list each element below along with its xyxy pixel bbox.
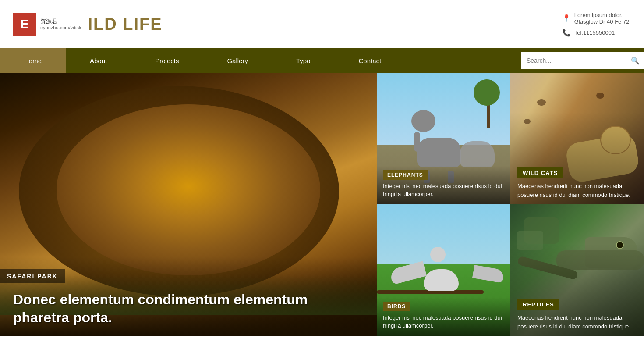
logo-icon: E	[13, 13, 36, 36]
header-contact: 📍 Lorem ipsum dolor, Glasglow Dr 40 Fe 7…	[562, 12, 631, 37]
elephants-overlay: ELEPHANTS Integer nisi nec malesuada pos…	[377, 166, 510, 204]
location-icon: 📍	[562, 14, 571, 22]
birds-overlay: BIRDS Integer nisi nec malesuada posuere…	[377, 297, 510, 336]
hero-text: Donec elementum condimentum elementum ph…	[0, 291, 377, 327]
header: E 资源君 eyunzhu.com/vdisk ILD LIFE 📍 Lorem…	[0, 0, 644, 48]
elephants-cell: ELEPHANTS Integer nisi nec malesuada pos…	[377, 73, 510, 204]
phone-item: 📞 Tel:1115550001	[562, 28, 615, 37]
wildcats-label: WILD CATS	[517, 167, 563, 178]
birds-description: Integer nisi nec malesuada posuere risus…	[383, 314, 504, 330]
main-content: SAFARI PARK Donec elementum condimentum …	[0, 73, 644, 336]
wildcats-cell: WILD CATS Maecenas hendrerit nunc non ma…	[510, 73, 644, 204]
elephants-description: Integer nisi nec malesuada posuere risus…	[383, 182, 504, 198]
birds-label: BIRDS	[383, 302, 410, 311]
phone-number: Tel:1115550001	[574, 29, 615, 36]
hero-panel: SAFARI PARK Donec elementum condimentum …	[0, 73, 377, 336]
nav-contact[interactable]: Contact	[334, 48, 405, 73]
logo-text: 资源君 eyunzhu.com/vdisk	[40, 18, 81, 30]
nav-about[interactable]: About	[66, 48, 131, 73]
hero-heading: Donec elementum condimentum elementum ph…	[13, 291, 364, 327]
search-icon: 🔍	[631, 57, 640, 64]
wildcats-content: WILD CATS Maecenas hendrerit nunc non ma…	[510, 73, 644, 204]
reptiles-content: REPTILES Maecenas hendrerit nunc non mal…	[510, 204, 644, 336]
search-bar[interactable]: 🔍	[521, 52, 644, 69]
phone-icon: 📞	[562, 28, 571, 37]
nav-typo[interactable]: Typo	[272, 48, 335, 73]
right-grid: ELEPHANTS Integer nisi nec malesuada pos…	[377, 73, 644, 336]
nav-projects[interactable]: Projects	[131, 48, 203, 73]
nav-home[interactable]: Home	[0, 48, 66, 73]
elephants-label: ELEPHANTS	[383, 170, 428, 180]
hero-label: SAFARI PARK	[0, 269, 65, 283]
reptiles-cell: REPTILES Maecenas hendrerit nunc non mal…	[510, 204, 644, 336]
nav-gallery[interactable]: Gallery	[203, 48, 272, 73]
logo-chinese: 资源君	[40, 18, 81, 25]
search-input[interactable]	[521, 52, 626, 69]
wildcats-description: Maecenas hendrerit nunc non malesuada po…	[517, 182, 637, 199]
reptiles-description: Maecenas hendrerit nunc non malesuada po…	[517, 314, 637, 331]
address-item: 📍 Lorem ipsum dolor, Glasglow Dr 40 Fe 7…	[562, 12, 631, 25]
site-title: ILD LIFE	[88, 15, 163, 34]
birds-cell: BIRDS Integer nisi nec malesuada posuere…	[377, 204, 510, 336]
address-text: Lorem ipsum dolor, Glasglow Dr 40 Fe 72.	[574, 12, 631, 25]
logo-area: E 资源君 eyunzhu.com/vdisk ILD LIFE	[13, 13, 163, 36]
logo-subtitle: eyunzhu.com/vdisk	[40, 25, 81, 30]
navbar: Home About Projects Gallery Typo Contact…	[0, 48, 644, 73]
reptiles-label: REPTILES	[517, 299, 559, 310]
search-button[interactable]: 🔍	[626, 57, 644, 65]
